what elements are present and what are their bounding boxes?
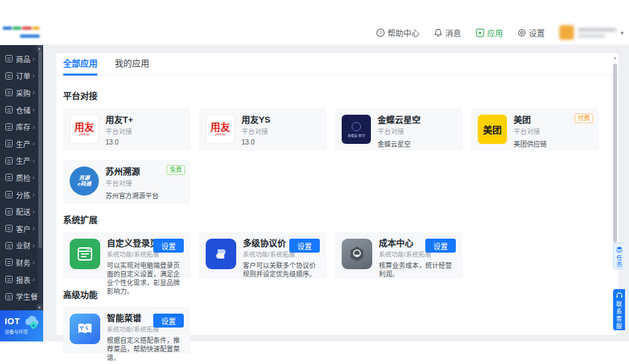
quality-icon [5, 174, 13, 181]
apps-list: 平台对接 用友yonyou 用友T+平台对接13.0 用友yonyou 用友YS… [56, 76, 618, 335]
orders-icon [5, 72, 13, 80]
sidebar-item-inventory[interactable]: 库存› [0, 118, 38, 135]
sidebar-item-production[interactable]: 生产› [0, 135, 38, 152]
yonyou-logo: 用友yonyou [206, 115, 235, 144]
student-meal-icon [5, 293, 13, 300]
sidebar-item-reports[interactable]: 报表› [0, 271, 38, 288]
apps-tabs: 全部应用 我的应用 [56, 53, 618, 76]
purchasing-icon [5, 89, 13, 96]
chevron-right-icon: › [33, 225, 35, 232]
app-card-suzhou-suyuan[interactable]: 苏源e码通 苏州溯源平台对接苏州官方溯源平台 免费 [63, 160, 190, 204]
platform-card-row: 用友yonyou 用友T+平台对接13.0 用友yonyou 用友YS平台对接1… [63, 108, 602, 151]
chevron-right-icon: › [33, 174, 35, 181]
suyuan-logo: 苏源e码通 [70, 166, 99, 196]
production-icon [5, 157, 13, 164]
headset-icon [616, 292, 623, 299]
sidebar-item-finance[interactable]: 财务› [0, 254, 38, 271]
app-card-smart-recipe[interactable]: 智能菜谱 系统功能/系统拓展 根据自定义搭配条件，推荐菜品，帮助快速配置菜谱。 … [63, 307, 190, 353]
apps-grid-icon [476, 29, 484, 37]
sidebar-menu: 商品› 订单› 采购› 仓储› 库存› 生产› 生产› 质检› 分拣› 配送› … [0, 50, 38, 305]
chevron-right-icon: › [33, 55, 35, 62]
custom-login-icon [70, 239, 100, 269]
meituan-logo: 美团 [478, 115, 507, 144]
production-icon [5, 140, 13, 147]
app-card-yonyou-ys[interactable]: 用友yonyou 用友YS平台对接13.0 [199, 108, 326, 151]
chevron-down-icon: ▾ [620, 29, 624, 36]
system-card-row: 自定义登录页 系统功能/系统拓展 可以实现对电脑端登录页面的自定义设置，满足企业… [63, 232, 602, 278]
chevron-right-icon: › [33, 123, 35, 131]
apps-button[interactable]: 应用 [476, 27, 503, 38]
sidebar-item-warehouse[interactable]: 仓储› [0, 101, 38, 119]
tab-my-apps[interactable]: 我的应用 [115, 53, 149, 76]
bell-icon [434, 29, 443, 37]
platform-card-row-2: 苏源e码通 苏州溯源平台对接苏州官方溯源平台 免费 [63, 160, 602, 204]
settings-action-button[interactable]: 设置 [289, 239, 320, 253]
settings-action-button[interactable]: 设置 [153, 239, 184, 253]
settings-button[interactable]: 设置 [518, 27, 545, 38]
paid-badge: 付费 [575, 113, 593, 123]
chevron-right-icon: › [33, 89, 35, 96]
kingdee-logo: 金蝶云·星空 [342, 115, 371, 144]
main-content: 全部应用 我的应用 平台对接 用友yonyou 用友T+平台对接13.0 用友y… [43, 45, 629, 341]
cost-center-icon [342, 239, 372, 269]
products-icon [5, 55, 13, 62]
business-finance-icon [5, 242, 13, 249]
messages-button[interactable]: 消息 [434, 27, 461, 38]
customers-icon [5, 225, 13, 232]
app-card-kingdee[interactable]: 金蝶云·星空 金蝶云星空平台对接金蝶云星空 [335, 108, 462, 151]
sidebar-item-orders[interactable]: 订单› [0, 68, 38, 85]
sidebar-item-customers[interactable]: 客户› [0, 220, 38, 237]
apps-panel: 全部应用 我的应用 平台对接 用友yonyou 用友T+平台对接13.0 用友y… [56, 53, 618, 335]
reports-icon [5, 276, 13, 283]
sidebar-iot-banner[interactable]: IOT 设备与环境 [0, 310, 43, 341]
avatar [559, 25, 574, 40]
sidebar-item-products[interactable]: 商品› [0, 50, 38, 68]
help-center-button[interactable]: ? 帮助中心 [376, 27, 419, 38]
sidebar: ▴ ▾ 商品› 订单› 采购› 仓储› 库存› 生产› 生产› 质检› 分拣› … [0, 45, 43, 310]
sidebar-scroll-down-icon[interactable]: ▾ [36, 304, 42, 310]
sidebar-item-production-2[interactable]: 生产› [0, 152, 38, 170]
inventory-icon [5, 123, 13, 131]
settings-action-button[interactable]: 设置 [425, 239, 456, 253]
yonyou-logo: 用友yonyou [70, 115, 99, 144]
topbar: ? 帮助中心 消息 应用 设置 ▾ [43, 20, 629, 45]
app-card-custom-login[interactable]: 自定义登录页 系统功能/系统拓展 可以实现对电脑端登录页面的自定义设置，满足企业… [63, 232, 190, 278]
sidebar-item-student-meal[interactable]: 学生餐 [0, 288, 38, 305]
tasks-float-tab[interactable]: 任务 [613, 243, 625, 269]
svg-text:?: ? [379, 30, 382, 36]
settings-action-button[interactable]: 设置 [153, 314, 184, 328]
sidebar-item-quality[interactable]: 质检› [0, 169, 38, 186]
sidebar-item-business-finance[interactable]: 业财› [0, 237, 38, 255]
help-icon: ? [376, 29, 385, 37]
app-card-yonyou-tplus[interactable]: 用友yonyou 用友T+平台对接13.0 [63, 108, 190, 151]
chevron-right-icon: › [33, 106, 35, 113]
multi-price-icon [206, 239, 236, 269]
scrollbar-thumb[interactable] [613, 64, 617, 243]
section-title-system: 系统扩展 [63, 213, 602, 225]
free-badge: 免费 [167, 165, 185, 175]
app-frame: ▴ ▾ 商品› 订单› 采购› 仓储› 库存› 生产› 生产› 质检› 分拣› … [0, 20, 629, 341]
layers-icon [616, 246, 623, 253]
delivery-icon [5, 208, 13, 215]
smart-recipe-icon [70, 314, 100, 344]
scroll-up-icon[interactable]: ▲ [612, 56, 618, 60]
sidebar-item-delivery[interactable]: 配送› [0, 203, 38, 220]
chevron-right-icon: › [33, 140, 35, 147]
contact-support-float-tab[interactable]: 联系客服 [613, 289, 625, 330]
sidebar-scrollbar[interactable] [38, 45, 42, 310]
app-window: ▴ ▾ 商品› 订单› 采购› 仓储› 库存› 生产› 生产› 质检› 分拣› … [0, 0, 629, 364]
chevron-right-icon: › [33, 157, 35, 164]
chevron-right-icon: › [33, 259, 35, 266]
warehouse-icon [5, 106, 13, 113]
app-card-multi-price[interactable]: 多级协议价 系统功能/系统拓展 客户可以关联多个协议价规则并设定优先级顺序。 设… [199, 232, 326, 278]
gear-icon [518, 29, 526, 37]
sidebar-item-purchasing[interactable]: 采购› [0, 84, 38, 101]
app-card-cost-center[interactable]: 成本中心 系统功能/系统拓展 核算业务成本，统计经营利润。 设置 [335, 232, 462, 278]
tab-all-apps[interactable]: 全部应用 [63, 53, 98, 76]
user-menu[interactable]: ▾ [559, 25, 624, 40]
sidebar-item-sorting[interactable]: 分拣› [0, 186, 38, 204]
iot-cloud-icon [24, 316, 41, 332]
brand-logo [0, 20, 43, 45]
app-card-meituan[interactable]: 美团 美团平台对接美团供应链 付费 [471, 108, 598, 151]
user-name-blurred [578, 26, 616, 39]
